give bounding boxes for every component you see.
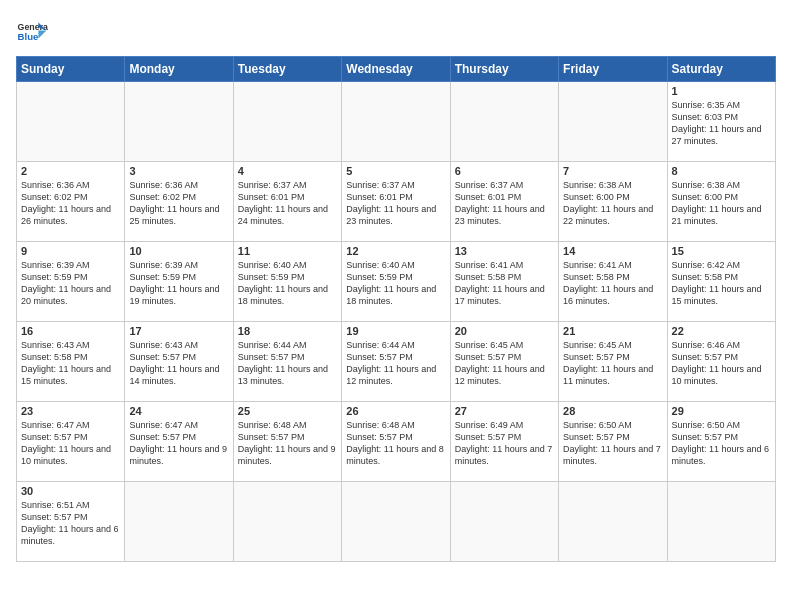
calendar-cell: 21Sunrise: 6:45 AMSunset: 5:57 PMDayligh…: [559, 322, 667, 402]
day-detail: Sunrise: 6:44 AMSunset: 5:57 PMDaylight:…: [346, 339, 445, 388]
day-detail: Sunrise: 6:46 AMSunset: 5:57 PMDaylight:…: [672, 339, 771, 388]
weekday-header: Friday: [559, 57, 667, 82]
calendar-cell: 2Sunrise: 6:36 AMSunset: 6:02 PMDaylight…: [17, 162, 125, 242]
day-number: 3: [129, 165, 228, 177]
calendar-cell: 28Sunrise: 6:50 AMSunset: 5:57 PMDayligh…: [559, 402, 667, 482]
day-number: 19: [346, 325, 445, 337]
day-number: 24: [129, 405, 228, 417]
day-number: 5: [346, 165, 445, 177]
day-number: 29: [672, 405, 771, 417]
day-detail: Sunrise: 6:40 AMSunset: 5:59 PMDaylight:…: [346, 259, 445, 308]
day-detail: Sunrise: 6:39 AMSunset: 5:59 PMDaylight:…: [129, 259, 228, 308]
day-detail: Sunrise: 6:43 AMSunset: 5:57 PMDaylight:…: [129, 339, 228, 388]
weekday-header-row: SundayMondayTuesdayWednesdayThursdayFrid…: [17, 57, 776, 82]
calendar-cell: 24Sunrise: 6:47 AMSunset: 5:57 PMDayligh…: [125, 402, 233, 482]
day-detail: Sunrise: 6:38 AMSunset: 6:00 PMDaylight:…: [563, 179, 662, 228]
day-number: 28: [563, 405, 662, 417]
calendar-cell: 14Sunrise: 6:41 AMSunset: 5:58 PMDayligh…: [559, 242, 667, 322]
svg-text:Blue: Blue: [18, 31, 39, 42]
day-number: 1: [672, 85, 771, 97]
day-number: 17: [129, 325, 228, 337]
day-number: 11: [238, 245, 337, 257]
day-detail: Sunrise: 6:48 AMSunset: 5:57 PMDaylight:…: [238, 419, 337, 468]
calendar-cell: 25Sunrise: 6:48 AMSunset: 5:57 PMDayligh…: [233, 402, 341, 482]
calendar-table: SundayMondayTuesdayWednesdayThursdayFrid…: [16, 56, 776, 562]
calendar-cell: 12Sunrise: 6:40 AMSunset: 5:59 PMDayligh…: [342, 242, 450, 322]
weekday-header: Sunday: [17, 57, 125, 82]
calendar-cell: 3Sunrise: 6:36 AMSunset: 6:02 PMDaylight…: [125, 162, 233, 242]
logo-icon: General Blue: [16, 16, 48, 48]
calendar-row: 30Sunrise: 6:51 AMSunset: 5:57 PMDayligh…: [17, 482, 776, 562]
weekday-header: Tuesday: [233, 57, 341, 82]
day-number: 22: [672, 325, 771, 337]
day-detail: Sunrise: 6:36 AMSunset: 6:02 PMDaylight:…: [21, 179, 120, 228]
weekday-header: Wednesday: [342, 57, 450, 82]
calendar-cell: 13Sunrise: 6:41 AMSunset: 5:58 PMDayligh…: [450, 242, 558, 322]
calendar-cell: [559, 82, 667, 162]
day-number: 4: [238, 165, 337, 177]
day-number: 25: [238, 405, 337, 417]
calendar-cell: 30Sunrise: 6:51 AMSunset: 5:57 PMDayligh…: [17, 482, 125, 562]
calendar-cell: 9Sunrise: 6:39 AMSunset: 5:59 PMDaylight…: [17, 242, 125, 322]
calendar-cell: [450, 482, 558, 562]
calendar-cell: 8Sunrise: 6:38 AMSunset: 6:00 PMDaylight…: [667, 162, 775, 242]
day-number: 20: [455, 325, 554, 337]
calendar-cell: 7Sunrise: 6:38 AMSunset: 6:00 PMDaylight…: [559, 162, 667, 242]
calendar-cell: 19Sunrise: 6:44 AMSunset: 5:57 PMDayligh…: [342, 322, 450, 402]
weekday-header: Thursday: [450, 57, 558, 82]
calendar-row: 23Sunrise: 6:47 AMSunset: 5:57 PMDayligh…: [17, 402, 776, 482]
calendar-row: 16Sunrise: 6:43 AMSunset: 5:58 PMDayligh…: [17, 322, 776, 402]
calendar-cell: 5Sunrise: 6:37 AMSunset: 6:01 PMDaylight…: [342, 162, 450, 242]
day-detail: Sunrise: 6:50 AMSunset: 5:57 PMDaylight:…: [563, 419, 662, 468]
day-detail: Sunrise: 6:47 AMSunset: 5:57 PMDaylight:…: [21, 419, 120, 468]
day-number: 14: [563, 245, 662, 257]
calendar-cell: [342, 482, 450, 562]
calendar-cell: [125, 82, 233, 162]
calendar-cell: 17Sunrise: 6:43 AMSunset: 5:57 PMDayligh…: [125, 322, 233, 402]
day-number: 13: [455, 245, 554, 257]
day-number: 10: [129, 245, 228, 257]
day-number: 26: [346, 405, 445, 417]
day-detail: Sunrise: 6:37 AMSunset: 6:01 PMDaylight:…: [238, 179, 337, 228]
day-detail: Sunrise: 6:44 AMSunset: 5:57 PMDaylight:…: [238, 339, 337, 388]
calendar-cell: [450, 82, 558, 162]
day-detail: Sunrise: 6:41 AMSunset: 5:58 PMDaylight:…: [563, 259, 662, 308]
day-detail: Sunrise: 6:45 AMSunset: 5:57 PMDaylight:…: [563, 339, 662, 388]
day-number: 27: [455, 405, 554, 417]
calendar-cell: [559, 482, 667, 562]
calendar-row: 9Sunrise: 6:39 AMSunset: 5:59 PMDaylight…: [17, 242, 776, 322]
day-detail: Sunrise: 6:39 AMSunset: 5:59 PMDaylight:…: [21, 259, 120, 308]
day-number: 21: [563, 325, 662, 337]
calendar-cell: 20Sunrise: 6:45 AMSunset: 5:57 PMDayligh…: [450, 322, 558, 402]
page-header: General Blue: [16, 16, 776, 48]
calendar-row: 1Sunrise: 6:35 AMSunset: 6:03 PMDaylight…: [17, 82, 776, 162]
calendar-cell: 4Sunrise: 6:37 AMSunset: 6:01 PMDaylight…: [233, 162, 341, 242]
calendar-cell: [17, 82, 125, 162]
day-detail: Sunrise: 6:40 AMSunset: 5:59 PMDaylight:…: [238, 259, 337, 308]
day-number: 15: [672, 245, 771, 257]
day-number: 6: [455, 165, 554, 177]
calendar-cell: 22Sunrise: 6:46 AMSunset: 5:57 PMDayligh…: [667, 322, 775, 402]
day-detail: Sunrise: 6:50 AMSunset: 5:57 PMDaylight:…: [672, 419, 771, 468]
logo: General Blue: [16, 16, 48, 48]
day-detail: Sunrise: 6:37 AMSunset: 6:01 PMDaylight:…: [346, 179, 445, 228]
svg-marker-3: [38, 30, 46, 38]
day-detail: Sunrise: 6:35 AMSunset: 6:03 PMDaylight:…: [672, 99, 771, 148]
calendar-cell: 10Sunrise: 6:39 AMSunset: 5:59 PMDayligh…: [125, 242, 233, 322]
day-detail: Sunrise: 6:43 AMSunset: 5:58 PMDaylight:…: [21, 339, 120, 388]
calendar-cell: 15Sunrise: 6:42 AMSunset: 5:58 PMDayligh…: [667, 242, 775, 322]
calendar-cell: [342, 82, 450, 162]
day-number: 12: [346, 245, 445, 257]
day-number: 23: [21, 405, 120, 417]
day-detail: Sunrise: 6:42 AMSunset: 5:58 PMDaylight:…: [672, 259, 771, 308]
weekday-header: Saturday: [667, 57, 775, 82]
calendar-cell: [233, 82, 341, 162]
day-detail: Sunrise: 6:41 AMSunset: 5:58 PMDaylight:…: [455, 259, 554, 308]
day-number: 2: [21, 165, 120, 177]
day-number: 18: [238, 325, 337, 337]
day-number: 9: [21, 245, 120, 257]
calendar-cell: 16Sunrise: 6:43 AMSunset: 5:58 PMDayligh…: [17, 322, 125, 402]
calendar-cell: 23Sunrise: 6:47 AMSunset: 5:57 PMDayligh…: [17, 402, 125, 482]
calendar-row: 2Sunrise: 6:36 AMSunset: 6:02 PMDaylight…: [17, 162, 776, 242]
calendar-cell: [233, 482, 341, 562]
